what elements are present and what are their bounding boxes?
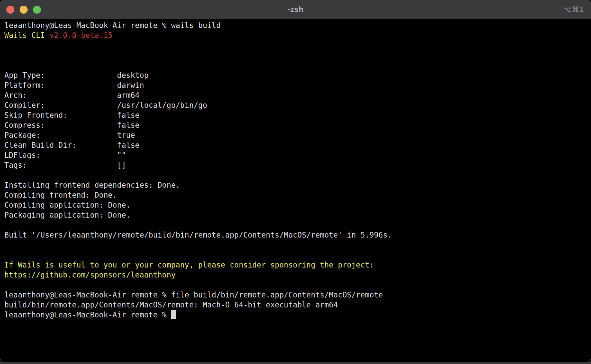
terminal-line: Tags: []	[4, 160, 587, 170]
terminal-line: Installing frontend dependencies: Done.	[4, 180, 587, 190]
terminal-line: Built '/Users/leaanthony/remote/build/bi…	[4, 230, 587, 240]
terminal-line: build/bin/remote.app/Contents/MacOS/remo…	[4, 300, 587, 310]
cursor	[171, 310, 176, 319]
zoom-button[interactable]	[33, 6, 41, 14]
terminal-line: If Wails is useful to you or your compan…	[4, 260, 587, 270]
close-button[interactable]	[6, 6, 14, 14]
terminal-line	[4, 250, 587, 260]
keyboard-shortcut-badge: ⌥⌘1	[563, 5, 584, 14]
terminal-line	[4, 280, 587, 290]
minimize-button[interactable]	[20, 6, 28, 14]
terminal-line	[4, 240, 587, 250]
terminal-line	[4, 60, 587, 70]
terminal-line: leaanthony@Leas-MacBook-Air remote % wai…	[4, 20, 587, 30]
terminal-line: Wails CLI v2.0.0-beta.15	[4, 30, 587, 40]
terminal-line: Package: true	[4, 130, 587, 140]
terminal-line: leaanthony@Leas-MacBook-Air remote % fil…	[4, 290, 587, 300]
traffic-lights	[6, 0, 41, 19]
terminal-line: Clean Build Dir: false	[4, 140, 587, 150]
terminal-line: App Type: desktop	[4, 70, 587, 80]
terminal-line	[4, 220, 587, 230]
terminal-screen[interactable]: leaanthony@Leas-MacBook-Air remote % wai…	[0, 19, 591, 362]
terminal-line: Packaging application: Done.	[4, 210, 587, 220]
terminal-line: Compiling application: Done.	[4, 200, 587, 210]
terminal-line: LDFlags: ""	[4, 150, 587, 160]
terminal-line: https://github.com/sponsors/leaanthony	[4, 270, 587, 280]
terminal-line	[4, 170, 587, 180]
terminal-line: Arch: arm64	[4, 90, 587, 100]
terminal-line: Skip Frontend: false	[4, 110, 587, 120]
terminal-line: leaanthony@Leas-MacBook-Air remote %	[4, 310, 587, 320]
background-window-edge	[0, 362, 591, 364]
titlebar[interactable]: -zsh ⌥⌘1	[0, 0, 591, 19]
terminal-line: Platform: darwin	[4, 80, 587, 90]
terminal-window: -zsh ⌥⌘1 leaanthony@Leas-MacBook-Air rem…	[0, 0, 591, 362]
window-title: -zsh	[288, 5, 303, 14]
terminal-line	[4, 40, 587, 50]
terminal-line	[4, 50, 587, 60]
terminal-line: Compress: false	[4, 120, 587, 130]
terminal-line: Compiling frontend: Done.	[4, 190, 587, 200]
terminal-line: Compiler: /usr/local/go/bin/go	[4, 100, 587, 110]
